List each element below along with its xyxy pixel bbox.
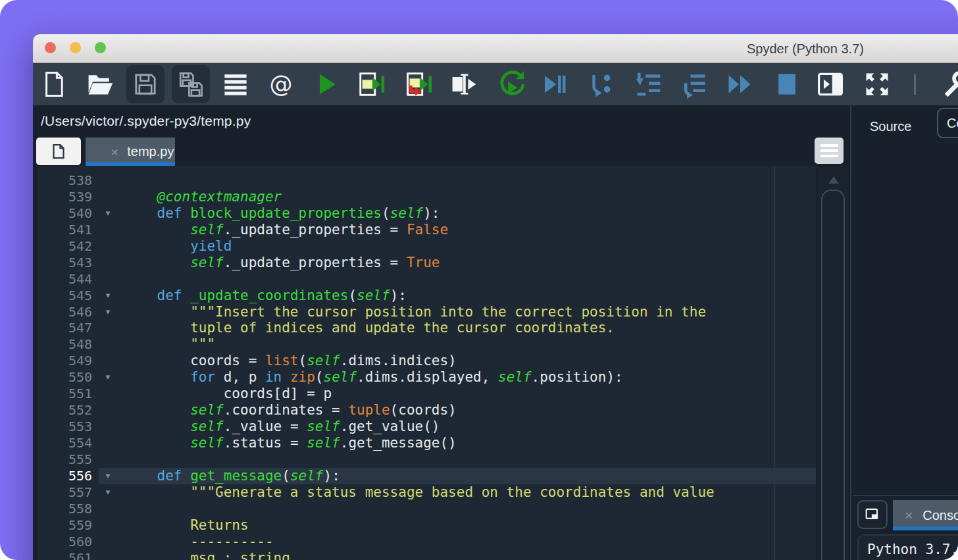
file-path-bar: /Users/victor/.spyder-py3/temp.py bbox=[33, 105, 850, 137]
code-line-541[interactable]: 541 self._update_properties = False bbox=[38, 222, 816, 238]
line-number[interactable]: 557 bbox=[38, 484, 92, 501]
right-panel-splitter[interactable] bbox=[853, 495, 958, 496]
step-return-button[interactable] bbox=[678, 68, 710, 100]
code-line-548[interactable]: 548 """ bbox=[38, 336, 816, 353]
code-line-558[interactable]: 558 bbox=[38, 501, 816, 517]
line-number[interactable]: 547 bbox=[38, 320, 92, 336]
code-line-538[interactable]: 538 bbox=[38, 172, 816, 189]
panes-button[interactable] bbox=[815, 68, 846, 100]
code-line-556[interactable]: 556▾ def get_message(self): bbox=[38, 468, 816, 484]
line-number[interactable]: 543 bbox=[38, 255, 92, 271]
line-number[interactable]: 554 bbox=[38, 435, 92, 451]
stop-button[interactable] bbox=[771, 68, 803, 100]
console-browse-tabs-button[interactable] bbox=[857, 500, 888, 529]
code-line-549[interactable]: 549 coords = list(self.dims.indices) bbox=[38, 353, 816, 369]
close-console-tab-icon[interactable]: × bbox=[905, 507, 913, 523]
fold-arrow-icon[interactable]: ▾ bbox=[92, 468, 124, 484]
line-number[interactable]: 559 bbox=[38, 517, 92, 534]
line-number[interactable]: 542 bbox=[38, 238, 92, 255]
line-number[interactable]: 541 bbox=[38, 222, 92, 238]
line-number[interactable]: 544 bbox=[38, 271, 92, 288]
run-cell-advance-button[interactable] bbox=[356, 68, 388, 100]
code-line-539[interactable]: 539 @contextmanager bbox=[38, 189, 816, 205]
line-number[interactable]: 553 bbox=[38, 419, 92, 435]
line-number[interactable]: 538 bbox=[38, 172, 92, 189]
fold-arrow-icon[interactable]: ▾ bbox=[92, 304, 124, 320]
debug-continue-button[interactable] bbox=[538, 68, 570, 100]
find-symbol-button[interactable]: @ bbox=[265, 68, 297, 100]
code-line-555[interactable]: 555 bbox=[38, 451, 816, 468]
fold-arrow-icon[interactable]: ▾ bbox=[92, 288, 124, 304]
file-switcher-button[interactable] bbox=[220, 68, 251, 100]
line-number[interactable]: 551 bbox=[38, 386, 92, 402]
editor-options-button[interactable] bbox=[815, 138, 844, 164]
code-line-546[interactable]: 546▾ """Insert the cursor position into … bbox=[38, 304, 816, 320]
tab-temp-py[interactable]: × temp.py bbox=[86, 138, 175, 166]
close-tab-icon[interactable]: × bbox=[111, 144, 118, 160]
line-number[interactable]: 556 bbox=[38, 468, 92, 484]
editor-scrollbar[interactable] bbox=[816, 166, 849, 560]
pane-splitter[interactable] bbox=[850, 105, 851, 560]
save-button[interactable] bbox=[126, 65, 164, 103]
code-line-543[interactable]: 543 self._update_properties = True bbox=[38, 255, 816, 271]
line-number[interactable]: 550 bbox=[38, 369, 92, 386]
fold-arrow-icon[interactable]: ▾ bbox=[92, 484, 124, 501]
line-number[interactable]: 540 bbox=[38, 205, 92, 222]
minimize-window-button[interactable] bbox=[70, 42, 81, 53]
line-number[interactable]: 539 bbox=[38, 189, 92, 205]
code-line-559[interactable]: 559 Returns bbox=[38, 517, 816, 534]
code-line-553[interactable]: 553 self._value = self.get_value() bbox=[38, 419, 816, 435]
line-number[interactable]: 549 bbox=[38, 353, 92, 369]
new-file-button[interactable] bbox=[38, 68, 70, 100]
run-file-button[interactable] bbox=[311, 68, 342, 100]
code-line-561[interactable]: 561 msg : string bbox=[38, 550, 816, 560]
fold-arrow-icon[interactable]: ▾ bbox=[92, 369, 124, 386]
save-all-button[interactable] bbox=[172, 65, 210, 103]
code-text: coords = list(self.dims.indices) bbox=[124, 353, 457, 369]
open-file-button[interactable] bbox=[84, 68, 116, 100]
line-number[interactable]: 561 bbox=[38, 550, 92, 560]
browse-tabs-button[interactable] bbox=[36, 138, 81, 165]
code-text: def get_message(self): bbox=[124, 468, 340, 484]
line-number[interactable]: 555 bbox=[38, 451, 92, 468]
run-selection-button[interactable] bbox=[448, 68, 480, 100]
line-number[interactable]: 548 bbox=[38, 336, 92, 353]
zoom-window-button[interactable] bbox=[95, 42, 106, 53]
help-source-combobox[interactable]: Console bbox=[937, 108, 958, 138]
code-line-560[interactable]: 560 ---------- bbox=[38, 534, 816, 550]
desktop-background: Spyder (Python 3.7) @ bbox=[0, 0, 958, 560]
scroll-up-arrow-icon[interactable] bbox=[828, 176, 839, 184]
titlebar[interactable]: Spyder (Python 3.7) bbox=[33, 34, 958, 63]
ipython-console[interactable]: Python 3.7. bbox=[857, 534, 958, 560]
code-line-540[interactable]: 540▾ def block_update_properties(self): bbox=[38, 205, 816, 222]
code-line-550[interactable]: 550▾ for d, p in zip(self.dims.displayed… bbox=[38, 369, 816, 386]
line-number[interactable]: 558 bbox=[38, 501, 92, 517]
code-line-551[interactable]: 551 coords[d] = p bbox=[38, 386, 816, 402]
debug-file-button[interactable] bbox=[585, 68, 617, 100]
code-line-544[interactable]: 544 bbox=[38, 271, 816, 288]
code-line-557[interactable]: 557▾ """Generate a status message based … bbox=[38, 484, 816, 501]
rerun-cell-button[interactable] bbox=[402, 68, 434, 100]
code-line-547[interactable]: 547 tuple of indices and update the curs… bbox=[38, 320, 816, 336]
tab-console[interactable]: × Console bbox=[893, 500, 958, 530]
code-line-545[interactable]: 545▾ def _update_coordinates(self): bbox=[38, 288, 816, 304]
line-number[interactable]: 560 bbox=[38, 534, 92, 550]
code-text: coords[d] = p bbox=[124, 386, 332, 402]
rerun-last-button[interactable] bbox=[495, 68, 527, 100]
code-line-554[interactable]: 554 self.status = self.get_message() bbox=[38, 435, 816, 451]
code-text: def _update_coordinates(self): bbox=[124, 288, 407, 304]
code-editor[interactable]: 538539 @contextmanager540▾ def block_upd… bbox=[38, 166, 849, 560]
fast-forward-button[interactable] bbox=[724, 68, 755, 100]
line-number[interactable]: 545 bbox=[38, 288, 92, 304]
preferences-button[interactable] bbox=[940, 68, 958, 100]
step-into-button[interactable] bbox=[632, 68, 664, 100]
line-number[interactable]: 552 bbox=[38, 402, 92, 419]
fast-forward-icon bbox=[725, 70, 754, 99]
scrollbar-thumb[interactable] bbox=[821, 190, 845, 560]
code-line-542[interactable]: 542 yield bbox=[38, 238, 816, 255]
maximize-pane-button[interactable] bbox=[861, 68, 893, 100]
line-number[interactable]: 546 bbox=[38, 304, 92, 320]
close-window-button[interactable] bbox=[45, 42, 56, 53]
code-line-552[interactable]: 552 self.coordinates = tuple(coords) bbox=[38, 402, 816, 419]
fold-arrow-icon[interactable]: ▾ bbox=[92, 205, 124, 222]
